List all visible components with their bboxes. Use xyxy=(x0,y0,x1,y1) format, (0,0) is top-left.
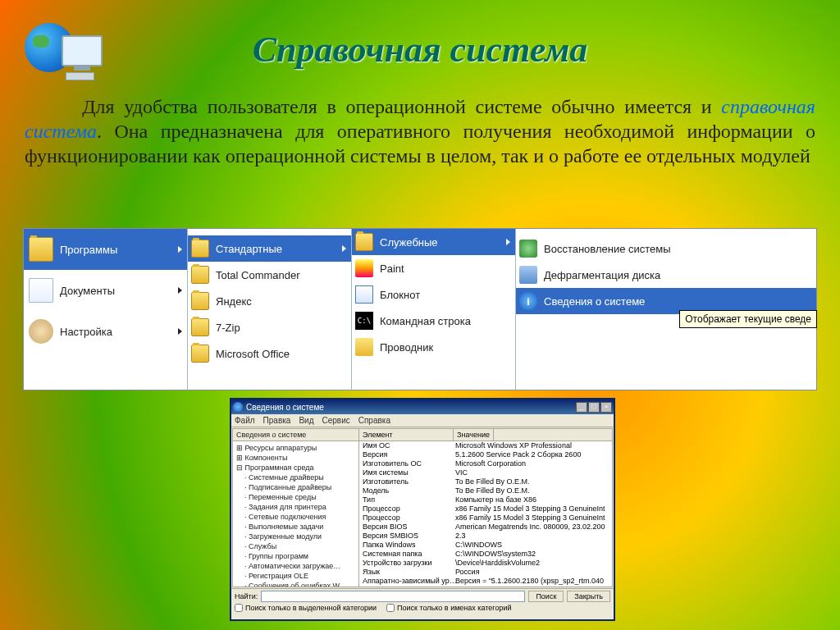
close-button[interactable]: × xyxy=(600,402,612,413)
menu-Справка[interactable]: Справка xyxy=(358,416,390,425)
desc-part2: . Она предназначена для оперативного пол… xyxy=(25,121,815,167)
menu-item[interactable]: Paint xyxy=(352,255,515,281)
folder-icon xyxy=(29,237,53,262)
tree-panel: Сведения о системе ⊞ Ресурсы аппаратуры⊞… xyxy=(233,429,359,587)
detail-key: Тип xyxy=(363,495,455,504)
tree-node[interactable]: · Переменные среды xyxy=(235,492,357,502)
tree-node[interactable]: · Регистрация OLE xyxy=(235,571,357,581)
menu-Вид[interactable]: Вид xyxy=(299,416,313,425)
menu-item[interactable]: Проводник xyxy=(352,334,515,360)
detail-row[interactable]: ТипКомпьютер на базе X86 xyxy=(359,495,612,504)
find-input[interactable] xyxy=(261,591,525,602)
detail-value: \Device\HarddiskVolume2 xyxy=(455,559,612,568)
note-icon xyxy=(355,285,373,304)
detail-value: Компьютер на базе X86 xyxy=(455,495,612,504)
detail-row[interactable]: ЯзыкРоссия xyxy=(359,568,612,577)
detail-row[interactable]: Версия BIOSAmerican Megatrends Inc. 0800… xyxy=(359,523,612,532)
close-footer-button[interactable]: Закрыть xyxy=(567,591,610,602)
menu-item[interactable]: Документы xyxy=(24,270,187,311)
tree-node[interactable]: · Выполняемые задачи xyxy=(235,522,357,532)
start-menu-cascade: ПрограммыДокументыНастройка СтандартныеT… xyxy=(23,228,817,390)
tree-node[interactable]: ⊞ Ресурсы аппаратуры xyxy=(235,443,357,453)
col-value[interactable]: Значение xyxy=(454,429,494,441)
tree-node[interactable]: · Задания для принтера xyxy=(235,502,357,512)
keyboard-icon xyxy=(66,72,94,80)
tree-node[interactable]: · Системные драйверы xyxy=(235,472,357,482)
menu-Сервис[interactable]: Сервис xyxy=(322,416,349,425)
menu-item[interactable]: Дефрагментация диска xyxy=(516,262,816,288)
col-element[interactable]: Элемент xyxy=(359,429,454,441)
menu-item[interactable]: Стандартные xyxy=(188,235,351,262)
menu-item[interactable]: Служебные xyxy=(352,229,515,255)
menu-item[interactable]: Total Commander xyxy=(188,262,351,288)
menu-item[interactable]: C:\Командная строка xyxy=(352,308,515,334)
menu-item[interactable]: Microsoft Office xyxy=(188,340,351,367)
menubar: ФайлПравкаВидСервисСправка xyxy=(231,414,614,427)
detail-value: 2.3 xyxy=(455,532,612,541)
detail-row[interactable]: Процессорx86 Family 15 Model 3 Stepping … xyxy=(359,504,612,514)
tree-node[interactable]: · Службы xyxy=(235,541,357,551)
menu-item-label: Дефрагментация диска xyxy=(544,269,811,281)
detail-key: Изготовитель ОС xyxy=(363,459,455,468)
tree-node[interactable]: · Сообщения об ошибках W… xyxy=(235,581,357,587)
detail-row[interactable]: Версия5.1.2600 Service Pack 2 Сборка 260… xyxy=(359,450,612,459)
menu-Файл[interactable]: Файл xyxy=(235,416,255,425)
tree-node[interactable]: ⊞ Компоненты xyxy=(235,453,357,463)
chk-selected-category[interactable]: Поиск только в выделенной категории xyxy=(235,604,377,612)
detail-key: Модель xyxy=(363,486,455,495)
menu-column-1: ПрограммыДокументыНастройка xyxy=(24,229,188,390)
detail-row[interactable]: Имя пользователяVIC\Victor xyxy=(359,586,612,587)
minimize-button[interactable]: _ xyxy=(576,402,587,413)
detail-value: VIC xyxy=(455,468,612,477)
menu-column-3: СлужебныеPaintБлокнотC:\Командная строка… xyxy=(352,229,516,390)
detail-value: American Megatrends Inc. 080009, 23.02.2… xyxy=(455,523,612,532)
chk2-input[interactable] xyxy=(386,604,395,612)
detail-key: Имя системы xyxy=(363,468,455,477)
detail-row[interactable]: Аппаратно-зависимый ур…Версия = "5.1.260… xyxy=(359,577,612,586)
detail-row[interactable]: Системная папкаC:\WINDOWS\system32 xyxy=(359,550,612,559)
detail-row[interactable]: Версия SMBIOS2.3 xyxy=(359,532,612,541)
detail-value: C:\WINDOWS\system32 xyxy=(455,550,612,559)
titlebar[interactable]: Сведения о системе _ □ × xyxy=(231,399,614,414)
explorer-icon xyxy=(355,338,373,356)
tree-node[interactable]: · Сетевые подключения xyxy=(235,512,357,522)
detail-value: x86 Family 15 Model 3 Stepping 3 Genuine… xyxy=(455,504,612,514)
find-button[interactable]: Поиск xyxy=(528,591,564,602)
menu-item[interactable]: Программы xyxy=(24,229,187,270)
detail-value: Версия = "5.1.2600.2180 (xpsp_sp2_rtm.04… xyxy=(455,577,612,586)
menu-item-label: Программы xyxy=(60,244,175,256)
detail-row[interactable]: ИзготовительTo Be Filled By O.E.M. xyxy=(359,477,612,486)
menu-item[interactable]: Блокнот xyxy=(352,281,515,308)
menu-item-label: Служебные xyxy=(380,236,503,249)
tree-node[interactable]: · Автоматически загружае… xyxy=(235,561,357,571)
detail-key: Версия SMBIOS xyxy=(363,532,455,541)
menu-Правка[interactable]: Правка xyxy=(263,416,291,425)
tree-node[interactable]: · Подписанные драйверы xyxy=(235,482,357,492)
chk1-label: Поиск только в выделенной категории xyxy=(245,604,377,612)
detail-row[interactable]: Изготовитель ОСMicrosoft Corporation xyxy=(359,459,612,468)
menu-item[interactable]: Восстановление системы xyxy=(516,235,816,262)
menu-item[interactable]: Настройка xyxy=(24,311,187,352)
detail-row[interactable]: Процессорx86 Family 15 Model 3 Stepping … xyxy=(359,514,612,523)
detail-row[interactable]: Имя ОСMicrosoft Windows XP Professional xyxy=(359,441,612,450)
find-label: Найти: xyxy=(235,592,258,600)
tree-node[interactable]: ⊟ Программная среда xyxy=(235,463,357,472)
tree-header[interactable]: Сведения о системе xyxy=(233,429,358,441)
detail-row[interactable]: Папка WindowsC:\WINDOWS xyxy=(359,541,612,550)
detail-row[interactable]: Устройство загрузки\Device\HarddiskVolum… xyxy=(359,559,612,568)
detail-key: Устройство загрузки xyxy=(363,559,455,568)
tree-node[interactable]: · Группы программ xyxy=(235,551,357,561)
menu-item[interactable]: Яндекс xyxy=(188,288,351,314)
chk1-input[interactable] xyxy=(235,604,243,612)
menu-item-label: Яндекс xyxy=(216,295,346,308)
detail-row[interactable]: МодельTo Be Filled By O.E.M. xyxy=(359,486,612,495)
tree-node[interactable]: · Загруженные модули xyxy=(235,532,357,541)
detail-row[interactable]: Имя системыVIC xyxy=(359,468,612,477)
menu-item[interactable]: 7-Zip xyxy=(188,314,351,340)
maximize-button[interactable]: □ xyxy=(588,402,600,413)
chk-category-names[interactable]: Поиск только в именах категорий xyxy=(386,604,511,612)
detail-key: Папка Windows xyxy=(363,541,455,550)
folder-icon xyxy=(191,318,209,336)
tooltip: Отображает текущие сведе xyxy=(679,310,817,328)
window-title: Сведения о системе xyxy=(246,403,576,412)
